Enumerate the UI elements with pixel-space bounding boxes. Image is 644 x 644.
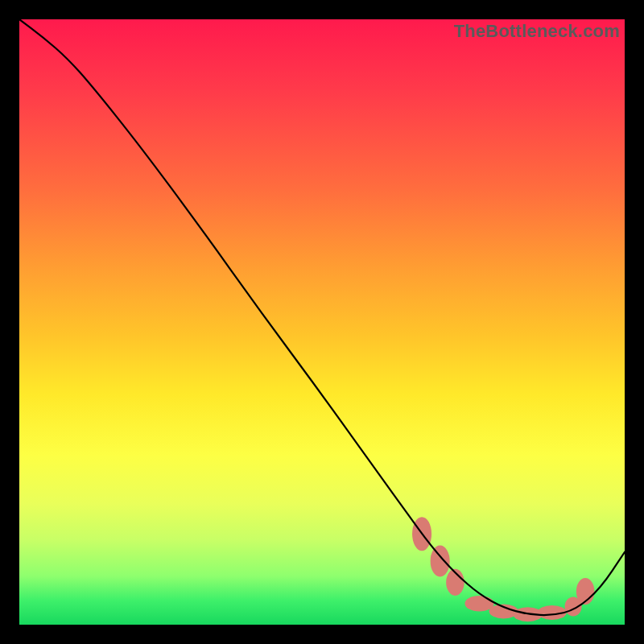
chart-svg bbox=[19, 19, 625, 625]
bottleneck-curve bbox=[19, 19, 625, 615]
chart-frame: TheBottleneck.com bbox=[0, 0, 644, 644]
trough-marker bbox=[464, 596, 493, 612]
plot-area: TheBottleneck.com bbox=[19, 19, 625, 625]
trough-marker bbox=[431, 545, 450, 576]
